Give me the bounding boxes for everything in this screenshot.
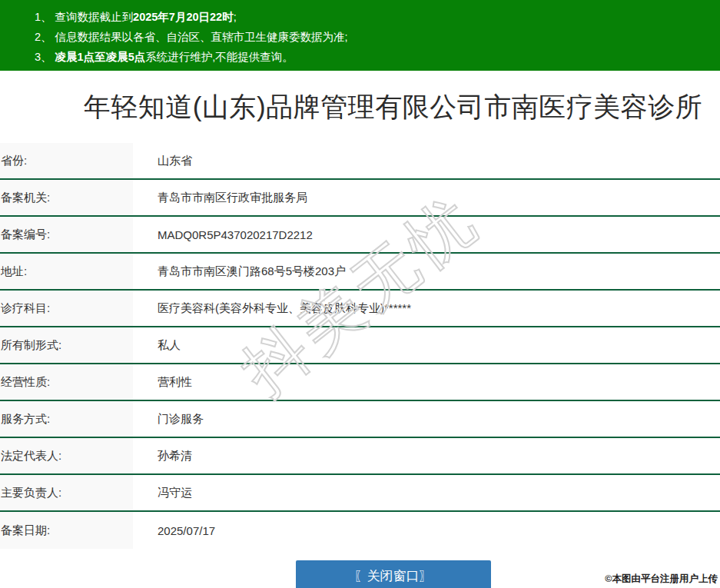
- notice-text: ;: [234, 11, 237, 23]
- notice-text: 3、: [35, 51, 55, 63]
- page-title: 年轻知道(山东)品牌管理有限公司市南医疗美容诊所: [0, 89, 720, 125]
- table-row-service-mode: 服务方式: 门诊服务: [0, 401, 720, 438]
- row-label: 所有制形式:: [0, 327, 133, 363]
- info-table: 省份: 山东省 备案机关: 青岛市市南区行政审批服务局 备案编号: MADQ0R…: [0, 143, 720, 549]
- row-label: 法定代表人:: [0, 438, 133, 473]
- row-label: 诊疗科目:: [0, 291, 133, 326]
- notice-text-bold: 2025年7月20日22时: [133, 11, 234, 23]
- row-label: 省份:: [0, 143, 133, 178]
- notice-item: 3、 凌晨1点至凌晨5点系统进行维护,不能提供查询。: [35, 47, 712, 67]
- row-value: 孙希清: [133, 438, 720, 473]
- row-value: 2025/07/17: [133, 512, 720, 549]
- row-value: 营利性: [133, 364, 720, 400]
- notice-text: 1、 查询数据截止到: [35, 11, 133, 23]
- row-value: 青岛市市南区行政审批服务局: [133, 180, 720, 215]
- title-area: 年轻知道(山东)品牌管理有限公司市南医疗美容诊所: [0, 71, 720, 143]
- notice-item: 1、 查询数据截止到2025年7月20日22时;: [35, 7, 712, 27]
- row-label: 服务方式:: [0, 401, 133, 437]
- button-area: 〖关闭窗口〗: [0, 560, 720, 588]
- close-window-button[interactable]: 〖关闭窗口〗: [296, 560, 491, 588]
- row-value: 冯守运: [133, 475, 720, 510]
- row-label: 经营性质:: [0, 364, 133, 400]
- row-value: 青岛市市南区澳门路68号5号楼203户: [133, 254, 720, 289]
- row-label: 备案编号:: [0, 217, 133, 252]
- table-row-ownership-form: 所有制形式: 私人: [0, 327, 720, 364]
- table-row-filing-number: 备案编号: MADQ0R5P437020217D2212: [0, 217, 720, 254]
- row-value: MADQ0R5P437020217D2212: [133, 217, 720, 252]
- notice-item: 2、 信息数据结果以各省、自治区、直辖市卫生健康委数据为准;: [35, 27, 712, 47]
- row-value: 门诊服务: [133, 401, 720, 437]
- notice-text: 2、 信息数据结果以各省、自治区、直辖市卫生健康委数据为准;: [35, 31, 348, 43]
- notice-text: 系统进行维护,不能提供查询。: [145, 51, 294, 63]
- row-label: 备案机关:: [0, 180, 133, 215]
- notice-text-bold: 凌晨1点至凌晨5点: [55, 51, 146, 63]
- table-row-principal: 主要负责人: 冯守运: [0, 475, 720, 512]
- row-label: 备案日期:: [0, 512, 133, 549]
- notice-banner: 1、 查询数据截止到2025年7月20日22时; 2、 信息数据结果以各省、自治…: [0, 0, 720, 71]
- row-value: 私人: [133, 327, 720, 363]
- row-label: 主要负责人:: [0, 475, 133, 510]
- table-row-treatment-subjects: 诊疗科目: 医疗美容科(美容外科专业、美容皮肤科专业)******: [0, 291, 720, 327]
- table-row-business-nature: 经营性质: 营利性: [0, 364, 720, 401]
- table-row-filing-date: 备案日期: 2025/07/17: [0, 512, 720, 549]
- table-row-address: 地址: 青岛市市南区澳门路68号5号楼203户: [0, 254, 720, 291]
- row-value: 山东省: [133, 143, 720, 178]
- table-row-legal-representative: 法定代表人: 孙希清: [0, 438, 720, 475]
- table-row-province: 省份: 山东省: [0, 143, 720, 180]
- row-value: 医疗美容科(美容外科专业、美容皮肤科专业)******: [133, 291, 720, 326]
- row-label: 地址:: [0, 254, 133, 289]
- table-row-filing-authority: 备案机关: 青岛市市南区行政审批服务局: [0, 180, 720, 217]
